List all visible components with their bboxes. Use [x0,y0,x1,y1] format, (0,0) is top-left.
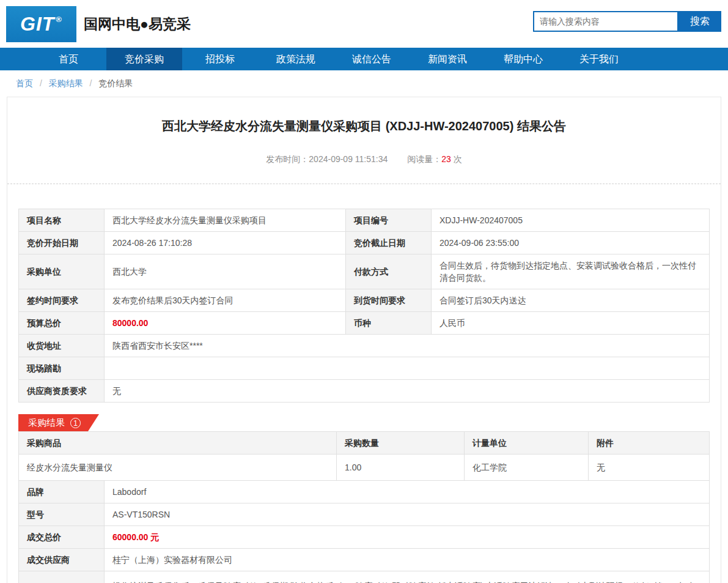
brand-value: Labodorf [105,481,710,503]
field-value: 2024-08-26 17:10:28 [105,232,346,254]
product-attachment: 无 [589,455,710,481]
view-count: 阅读量：23 次 [407,154,461,164]
product-name: 经皮水分流失量测量仪 [19,455,337,481]
nav-item-integrity-notice[interactable]: 诚信公告 [334,48,410,70]
registered-trademark-icon: ® [56,15,62,24]
field-label: 成交供应商 [19,549,105,571]
site-name: 国网中电●易竞采 [84,15,191,34]
column-header: 采购数量 [337,432,465,455]
breadcrumb-separator: / [90,78,92,88]
field-value: 人民币 [432,312,710,335]
field-value: 西北大学 [105,254,346,289]
top-header: GIT® 国网中电●易竞采 搜索 [0,0,728,48]
model-value: AS-VT150RSN [105,503,710,526]
nav-item-tendering[interactable]: 招投标 [182,48,258,70]
product-table: 采购商品 采购数量 计量单位 附件 经皮水分流失量测量仪 1.00 化工学院 无 [18,431,710,481]
article-head: 西北大学经皮水分流失量测量仪采购项目 (XDJJ-HW-202407005) 结… [7,97,721,184]
table-row: 成交供应商 桂宁（上海）实验器材有限公司 [19,549,710,571]
table-row: 现场踏勘 [19,357,710,380]
badge-label: 采购结果 [28,417,65,429]
result-badge-row: 采购结果 1 [18,414,710,431]
site-logo[interactable]: GIT® [6,6,76,42]
logo-text: GIT [20,13,54,35]
table-row: 竞价开始日期 2024-08-26 17:10:28 竞价截止日期 2024-0… [19,232,710,254]
table-row: 成交总价 60000.00 元 [19,526,710,549]
field-label: 型号 [19,503,105,526]
field-label: 竞价开始日期 [19,232,105,254]
deal-details-table: 品牌 Labodorf 型号 AS-VT150RSN 成交总价 60000.00… [18,480,710,583]
breadcrumb-separator: / [40,78,42,88]
nav-item-about-us[interactable]: 关于我们 [561,48,637,70]
field-label: 成交总价 [19,526,105,549]
table-row: 品牌 Labodorf [19,481,710,503]
field-value [105,357,710,380]
field-label: 签约时间要求 [19,289,105,312]
breadcrumb-current: 竞价结果 [98,78,133,88]
search-input[interactable] [533,11,678,32]
table-row: 签约时间要求 发布竞价结果后30天内签订合同 到货时间要求 合同签订后30天内送… [19,289,710,312]
search-box: 搜索 [533,11,721,32]
field-value: 西北大学经皮水分流失量测量仪采购项目 [105,209,346,232]
badge-count-icon: 1 [70,418,81,428]
nav-item-help-center[interactable]: 帮助中心 [485,48,561,70]
table-row: 项目名称 西北大学经皮水分流失量测量仪采购项目 项目编号 XDJJ-HW-202… [19,209,710,232]
nav-item-bidding-procurement[interactable]: 竞价采购 [106,48,182,70]
table-row: 预算总价 80000.00 币种 人民币 [19,312,710,335]
breadcrumb-home-link[interactable]: 首页 [16,78,33,88]
table-row: 型号 AS-VT150RSN [19,503,710,526]
field-value: 合同生效后，待货物到达指定地点、安装调试验收合格后，一次性付清合同货款。 [432,254,710,289]
field-value: 发布竞价结果后30天内签订合同 [105,289,346,312]
table-row: 质保及售后服务 操作培训及质保售后。质保及响应时效: 质保期:验收合格后1年。响… [19,571,710,583]
table-row: 供应商资质要求 无 [19,380,710,403]
table-row: 经皮水分流失量测量仪 1.00 化工学院 无 [19,455,710,481]
field-label: 收货地址 [19,335,105,357]
supplier-value: 桂宁（上海）实验器材有限公司 [105,549,710,571]
table-row: 收货地址 陕西省西安市长安区**** [19,335,710,357]
field-label: 项目名称 [19,209,105,232]
column-header: 计量单位 [465,432,589,455]
project-info-table: 项目名称 西北大学经皮水分流失量测量仪采购项目 项目编号 XDJJ-HW-202… [18,209,710,403]
article-meta: 发布时间：2024-09-09 11:51:34 阅读量：23 次 [7,154,721,184]
search-button[interactable]: 搜索 [678,11,721,32]
breadcrumb: 首页 / 采购结果 / 竞价结果 [0,70,728,95]
breadcrumb-procurement-results-link[interactable]: 采购结果 [49,78,83,88]
field-value: 陕西省西安市长安区**** [105,335,710,357]
budget-total-value: 80000.00 [105,312,346,335]
field-value: 合同签订后30天内送达 [432,289,710,312]
field-label: 到货时间要求 [346,289,432,312]
field-value: 无 [105,380,710,403]
warranty-value: 操作培训及质保售后。质保及响应时效: 质保期:验收合格后1年。响应时效:即时响应… [105,571,710,583]
table-header-row: 采购商品 采购数量 计量单位 附件 [19,432,710,455]
project-info-section: 项目名称 西北大学经皮水分流失量测量仪采购项目 项目编号 XDJJ-HW-202… [18,209,710,403]
table-row: 采购单位 西北大学 付款方式 合同生效后，待货物到达指定地点、安装调试验收合格后… [19,254,710,289]
field-label: 采购单位 [19,254,105,289]
field-label: 预算总价 [19,312,105,335]
publish-time: 发布时间：2024-09-09 11:51:34 [266,154,388,164]
nav-item-policies[interactable]: 政策法规 [258,48,334,70]
field-label: 竞价截止日期 [346,232,432,254]
result-section: 采购商品 采购数量 计量单位 附件 经皮水分流失量测量仪 1.00 化工学院 无… [18,431,710,583]
view-count-value: 23 [441,154,451,164]
page-title: 西北大学经皮水分流失量测量仪采购项目 (XDJJ-HW-202407005) 结… [7,118,721,135]
field-label: 质保及售后服务 [19,571,105,583]
field-label: 币种 [346,312,432,335]
field-label: 付款方式 [346,254,432,289]
deal-total-price: 60000.00 元 [105,526,710,549]
main-nav: 首页 竞价采购 招投标 政策法规 诚信公告 新闻资讯 帮助中心 关于我们 [0,48,728,70]
procurement-result-badge: 采购结果 1 [18,414,99,431]
field-value: 2024-09-06 23:55:00 [432,232,710,254]
field-value: XDJJ-HW-202407005 [432,209,710,232]
field-label: 项目编号 [346,209,432,232]
field-label: 供应商资质要求 [19,380,105,403]
product-unit: 化工学院 [465,455,589,481]
nav-item-news[interactable]: 新闻资讯 [410,48,485,70]
field-label: 品牌 [19,481,105,503]
column-header: 采购商品 [19,432,337,455]
product-quantity: 1.00 [337,455,465,481]
announcement-card: 西北大学经皮水分流失量测量仪采购项目 (XDJJ-HW-202407005) 结… [7,97,721,583]
column-header: 附件 [589,432,710,455]
field-label: 现场踏勘 [19,357,105,380]
nav-item-home[interactable]: 首页 [31,48,106,70]
